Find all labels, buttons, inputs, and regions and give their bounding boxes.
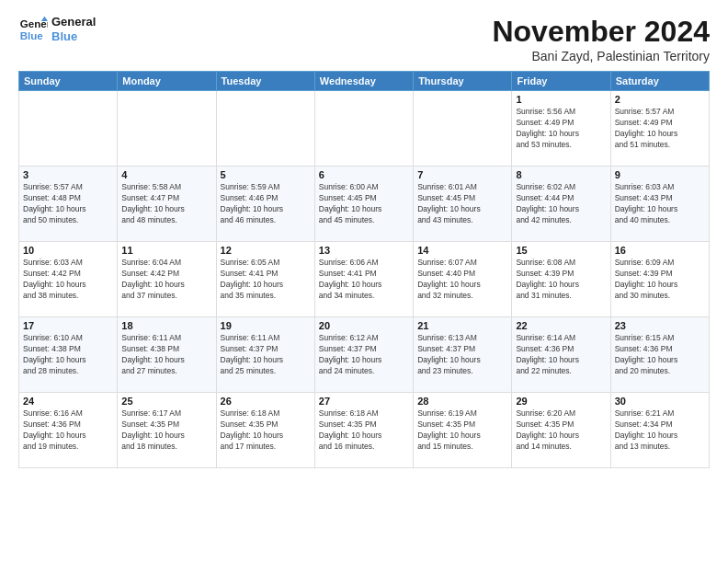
day-number: 20 <box>319 320 409 331</box>
calendar-cell: 3Sunrise: 5:57 AM Sunset: 4:48 PM Daylig… <box>19 167 118 242</box>
logo-line1: General <box>51 15 96 29</box>
cell-info: Sunrise: 6:01 AM Sunset: 4:45 PM Dayligh… <box>417 182 507 226</box>
day-number: 16 <box>615 245 705 256</box>
cell-info: Sunrise: 6:07 AM Sunset: 4:40 PM Dayligh… <box>417 258 507 302</box>
cell-info: Sunrise: 6:12 AM Sunset: 4:37 PM Dayligh… <box>319 333 409 377</box>
calendar-cell: 21Sunrise: 6:13 AM Sunset: 4:37 PM Dayli… <box>414 317 512 393</box>
day-number: 28 <box>417 396 507 407</box>
cell-info: Sunrise: 6:09 AM Sunset: 4:39 PM Dayligh… <box>615 258 705 302</box>
cell-info: Sunrise: 5:57 AM Sunset: 4:48 PM Dayligh… <box>23 182 113 226</box>
day-number: 29 <box>516 396 606 407</box>
header: General Blue General Blue November 2024 … <box>18 15 710 63</box>
location-subtitle: Bani Zayd, Palestinian Territory <box>492 49 710 63</box>
calendar-cell: 29Sunrise: 6:20 AM Sunset: 4:35 PM Dayli… <box>512 393 610 468</box>
day-number: 7 <box>417 169 507 180</box>
logo-icon: General Blue <box>18 15 48 44</box>
week-row-4: 24Sunrise: 6:16 AM Sunset: 4:36 PM Dayli… <box>19 393 710 468</box>
calendar-cell: 28Sunrise: 6:19 AM Sunset: 4:35 PM Dayli… <box>414 393 512 468</box>
calendar-cell: 5Sunrise: 5:59 AM Sunset: 4:46 PM Daylig… <box>216 167 314 242</box>
calendar-cell: 2Sunrise: 5:57 AM Sunset: 4:49 PM Daylig… <box>610 91 709 167</box>
cell-info: Sunrise: 6:17 AM Sunset: 4:35 PM Dayligh… <box>121 408 211 453</box>
calendar-cell: 10Sunrise: 6:03 AM Sunset: 4:42 PM Dayli… <box>19 242 118 317</box>
day-number: 3 <box>23 169 113 180</box>
day-number: 5 <box>221 169 311 180</box>
day-number: 22 <box>516 320 606 331</box>
calendar-cell <box>414 91 512 167</box>
cell-info: Sunrise: 6:08 AM Sunset: 4:39 PM Dayligh… <box>516 258 606 302</box>
weekday-sunday: Sunday <box>19 72 118 91</box>
day-number: 27 <box>319 396 409 407</box>
calendar-cell: 22Sunrise: 6:14 AM Sunset: 4:36 PM Dayli… <box>512 317 610 393</box>
cell-info: Sunrise: 5:59 AM Sunset: 4:46 PM Dayligh… <box>221 182 311 226</box>
calendar: SundayMondayTuesdayWednesdayThursdayFrid… <box>18 71 710 468</box>
calendar-header: SundayMondayTuesdayWednesdayThursdayFrid… <box>19 72 710 91</box>
svg-text:Blue: Blue <box>20 30 44 41</box>
day-number: 9 <box>615 169 705 180</box>
weekday-tuesday: Tuesday <box>216 72 314 91</box>
calendar-cell <box>216 91 314 167</box>
day-number: 17 <box>23 320 113 331</box>
day-number: 2 <box>615 94 705 105</box>
day-number: 13 <box>319 245 409 256</box>
day-number: 25 <box>121 396 211 407</box>
logo-line2: Blue <box>51 29 96 44</box>
page: General Blue General Blue November 2024 … <box>0 0 728 563</box>
calendar-cell: 15Sunrise: 6:08 AM Sunset: 4:39 PM Dayli… <box>512 242 610 317</box>
calendar-cell: 17Sunrise: 6:10 AM Sunset: 4:38 PM Dayli… <box>19 317 118 393</box>
cell-info: Sunrise: 6:10 AM Sunset: 4:38 PM Dayligh… <box>23 333 113 377</box>
week-row-3: 17Sunrise: 6:10 AM Sunset: 4:38 PM Dayli… <box>19 317 710 393</box>
day-number: 15 <box>516 245 606 256</box>
day-number: 4 <box>121 169 211 180</box>
cell-info: Sunrise: 5:57 AM Sunset: 4:49 PM Dayligh… <box>615 107 705 151</box>
day-number: 10 <box>23 245 113 256</box>
day-number: 21 <box>417 320 507 331</box>
calendar-cell: 30Sunrise: 6:21 AM Sunset: 4:34 PM Dayli… <box>610 393 709 468</box>
calendar-cell <box>19 91 118 167</box>
day-number: 12 <box>221 245 311 256</box>
cell-info: Sunrise: 6:04 AM Sunset: 4:42 PM Dayligh… <box>121 258 211 302</box>
calendar-cell: 23Sunrise: 6:15 AM Sunset: 4:36 PM Dayli… <box>610 317 709 393</box>
day-number: 23 <box>615 320 705 331</box>
weekday-thursday: Thursday <box>414 72 512 91</box>
calendar-cell <box>118 91 216 167</box>
day-number: 24 <box>23 396 113 407</box>
title-block: November 2024 Bani Zayd, Palestinian Ter… <box>492 15 710 63</box>
cell-info: Sunrise: 6:20 AM Sunset: 4:35 PM Dayligh… <box>516 408 606 453</box>
cell-info: Sunrise: 6:21 AM Sunset: 4:34 PM Dayligh… <box>615 408 705 453</box>
calendar-cell: 14Sunrise: 6:07 AM Sunset: 4:40 PM Dayli… <box>414 242 512 317</box>
cell-info: Sunrise: 6:11 AM Sunset: 4:37 PM Dayligh… <box>221 333 311 377</box>
logo: General Blue General Blue <box>18 15 96 44</box>
calendar-cell: 25Sunrise: 6:17 AM Sunset: 4:35 PM Dayli… <box>118 393 216 468</box>
calendar-cell: 9Sunrise: 6:03 AM Sunset: 4:43 PM Daylig… <box>610 167 709 242</box>
day-number: 26 <box>221 396 311 407</box>
cell-info: Sunrise: 6:05 AM Sunset: 4:41 PM Dayligh… <box>221 258 311 302</box>
calendar-cell: 19Sunrise: 6:11 AM Sunset: 4:37 PM Dayli… <box>216 317 314 393</box>
cell-info: Sunrise: 6:03 AM Sunset: 4:42 PM Dayligh… <box>23 258 113 302</box>
month-title: November 2024 <box>492 15 710 49</box>
day-number: 14 <box>417 245 507 256</box>
day-number: 19 <box>221 320 311 331</box>
calendar-cell: 13Sunrise: 6:06 AM Sunset: 4:41 PM Dayli… <box>314 242 413 317</box>
calendar-cell: 16Sunrise: 6:09 AM Sunset: 4:39 PM Dayli… <box>610 242 709 317</box>
day-number: 11 <box>121 245 211 256</box>
calendar-cell: 12Sunrise: 6:05 AM Sunset: 4:41 PM Dayli… <box>216 242 314 317</box>
cell-info: Sunrise: 6:15 AM Sunset: 4:36 PM Dayligh… <box>615 333 705 377</box>
calendar-cell: 4Sunrise: 5:58 AM Sunset: 4:47 PM Daylig… <box>118 167 216 242</box>
cell-info: Sunrise: 6:00 AM Sunset: 4:45 PM Dayligh… <box>319 182 409 226</box>
cell-info: Sunrise: 6:18 AM Sunset: 4:35 PM Dayligh… <box>319 408 409 453</box>
weekday-monday: Monday <box>118 72 216 91</box>
cell-info: Sunrise: 6:11 AM Sunset: 4:38 PM Dayligh… <box>121 333 211 377</box>
weekday-saturday: Saturday <box>610 72 709 91</box>
weekday-wednesday: Wednesday <box>314 72 413 91</box>
day-number: 6 <box>319 169 409 180</box>
cell-info: Sunrise: 6:14 AM Sunset: 4:36 PM Dayligh… <box>516 333 606 377</box>
cell-info: Sunrise: 6:03 AM Sunset: 4:43 PM Dayligh… <box>615 182 705 226</box>
cell-info: Sunrise: 5:56 AM Sunset: 4:49 PM Dayligh… <box>516 107 606 151</box>
cell-info: Sunrise: 6:16 AM Sunset: 4:36 PM Dayligh… <box>23 408 113 453</box>
cell-info: Sunrise: 6:19 AM Sunset: 4:35 PM Dayligh… <box>417 408 507 453</box>
cell-info: Sunrise: 6:13 AM Sunset: 4:37 PM Dayligh… <box>417 333 507 377</box>
day-number: 8 <box>516 169 606 180</box>
calendar-cell: 11Sunrise: 6:04 AM Sunset: 4:42 PM Dayli… <box>118 242 216 317</box>
weekday-friday: Friday <box>512 72 610 91</box>
calendar-body: 1Sunrise: 5:56 AM Sunset: 4:49 PM Daylig… <box>19 91 710 468</box>
